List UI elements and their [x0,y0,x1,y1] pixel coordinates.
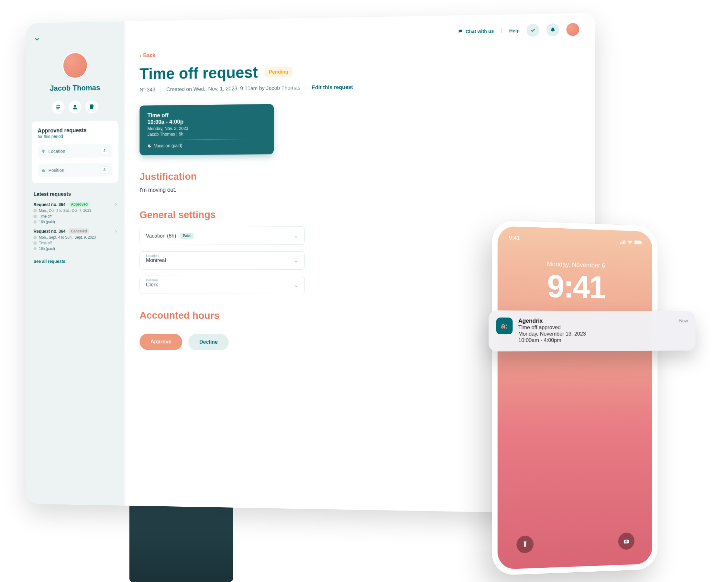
request-number: Request no. 364 [34,229,66,234]
svg-rect-8 [34,209,36,213]
profile-action-contacts[interactable] [85,100,98,113]
created-text: Created on Wed., Nov. 1, 2023, 9:11am by… [166,85,300,93]
person-icon [72,104,78,110]
back-link[interactable]: ‹ Back [139,52,155,58]
phone-lockscreen: 9:41 Monday, November 6 9:41 [498,226,652,570]
address-book-icon [89,104,95,110]
approved-subtitle: for this period [38,134,112,139]
svg-rect-5 [94,105,94,106]
profile-action-person[interactable] [69,100,81,113]
list-item[interactable]: Request no. 364 Approved › Mon., Oct. 2 … [32,201,119,224]
notif-app-name: Agendrix [518,317,674,325]
svg-rect-9 [34,215,36,218]
check-button[interactable] [527,24,540,36]
request-meta: N° 343 | Created on Wed., Nov. 1, 2023, … [139,81,579,93]
chevron-down-icon [35,36,40,42]
chevron-right-icon: › [115,228,117,234]
card-date: Monday, Nov. 3, 2023 [148,125,266,131]
battery-icon [634,241,642,244]
app-icon: a: [496,317,513,334]
filter-location-label: Location [49,148,66,154]
calendar-icon [34,236,36,239]
svg-rect-16 [623,241,624,244]
decline-button[interactable]: Decline [188,334,229,350]
page-title: Time off request Pending [139,58,579,83]
edit-request-link[interactable]: Edit this request [312,84,353,91]
svg-rect-18 [634,241,641,244]
request-hours: 16h (paid) [39,246,55,251]
position-select[interactable]: Position Clerk ⌄ [139,276,305,294]
svg-point-10 [34,221,36,224]
request-type: Time off [39,241,51,245]
approved-requests-card: Approved requests for this period Locati… [32,120,119,183]
type-select[interactable]: Vacation (8h) Paid ⌄ [139,226,305,245]
chevron-down-icon: ⌄ [294,233,298,239]
position-value: Clerk [146,282,158,288]
pin-icon [42,149,46,154]
sidebar: Jacob Thomas Approved requests for this … [26,21,125,505]
see-all-link[interactable]: See all requests [32,259,67,264]
help-link[interactable]: Help [509,28,520,33]
card-who: Jacob Thomas | 6h [148,131,266,137]
latest-requests-title: Latest requests [32,191,119,198]
profile-block: Jacob Thomas [32,51,119,114]
moon-icon [148,144,152,148]
tag-icon [34,215,36,218]
chevron-down-icon: ⌄ [294,282,298,288]
status-time: 9:41 [509,235,520,242]
status-badge: Approved [69,201,90,207]
filter-location[interactable]: Location 2 [38,144,112,158]
flashlight-icon [522,541,528,548]
notif-title: Time off approved [518,324,674,331]
top-avatar[interactable] [566,23,579,36]
push-notification[interactable]: a: Agendrix Time off approved Monday, No… [489,310,695,352]
flashlight-button[interactable] [516,535,533,553]
help-label: Help [509,28,520,33]
approved-title: Approved requests [38,127,112,134]
avatar[interactable] [62,52,88,79]
bell-icon [550,27,556,33]
card-time: 10:00a - 4:00p [148,118,266,126]
card-type: Vacation (paid) [154,143,182,148]
svg-rect-0 [56,105,60,106]
camera-button[interactable] [618,532,634,550]
request-type: Time off [39,214,51,219]
org-dropdown[interactable] [32,31,119,47]
justification-heading: Justification [139,168,579,182]
svg-rect-6 [94,106,94,107]
request-number-text: N° 343 [139,87,155,93]
list-item[interactable]: Request no. 364 Canceled › Mon., Sept. 4… [32,228,119,251]
profile-action-schedule[interactable] [52,101,65,114]
type-value: Vacation (8h) [146,233,176,239]
location-label: Location [146,254,159,258]
profile-name: Jacob Thomas [50,83,100,93]
filter-position[interactable]: Position 3 [38,163,112,177]
position-label: Position [146,278,158,282]
svg-rect-19 [641,242,642,244]
calendar-icon [34,209,36,213]
approve-button[interactable]: Approve [139,334,182,350]
chevron-down-icon: ⌄ [294,257,298,264]
lock-time: 9:41 [498,267,652,307]
svg-rect-15 [622,242,623,244]
briefcase-icon [42,168,46,173]
notifications-button[interactable] [546,23,560,36]
request-number: Request no. 364 [34,202,66,207]
chat-label: Chat with us [466,28,494,34]
location-select[interactable]: Location Montreal ⌄ [139,251,305,270]
phone-mockup: 9:41 Monday, November 6 9:41 [492,220,658,576]
svg-rect-4 [90,105,93,109]
topbar: Chat with us | Help [139,23,579,43]
back-label: Back [143,52,155,58]
pending-badge: Pending [265,67,293,77]
request-dates: Mon., Sept. 4 to Sun., Sept. 9, 2023 [39,235,96,240]
svg-rect-7 [42,169,45,172]
svg-rect-17 [624,240,625,244]
chevron-left-icon: ‹ [139,52,141,58]
svg-rect-14 [620,243,621,244]
camera-icon [623,538,630,545]
paid-tag: Paid [180,233,194,239]
phone-statusbar: 9:41 [498,226,652,246]
filter-position-label: Position [49,167,64,173]
chat-link[interactable]: Chat with us [458,28,494,34]
